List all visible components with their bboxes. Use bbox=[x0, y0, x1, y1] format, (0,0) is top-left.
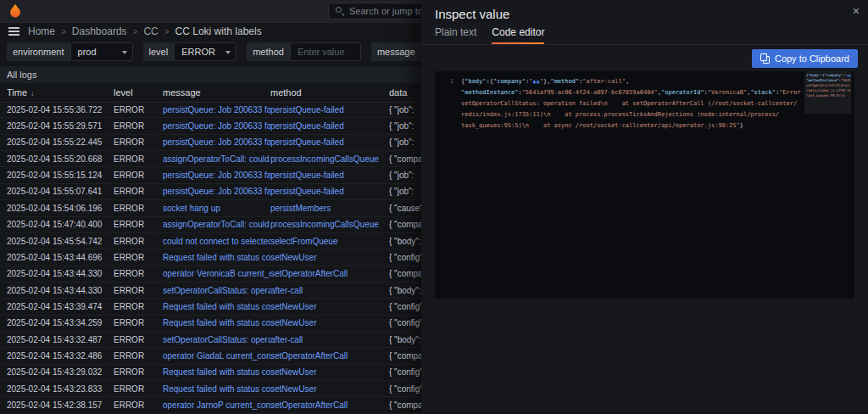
cell-method[interactable]: setNewUser bbox=[270, 367, 389, 377]
breadcrumb-item-cc[interactable]: CC bbox=[143, 25, 158, 37]
cell-method[interactable]: setOperatorAfterCall bbox=[270, 400, 389, 410]
cell-method[interactable]: persistQueue-failed bbox=[270, 171, 389, 180]
drawer-title: Inspect value bbox=[435, 7, 509, 21]
cell-time: 2025-02-04 15:43:44.696 bbox=[7, 253, 114, 262]
cell-method[interactable]: processIncomingCallsQueue bbox=[270, 154, 389, 164]
cell-time: 2025-02-04 15:43:44.330 bbox=[7, 286, 114, 295]
filter-method: methodEnter value bbox=[247, 42, 361, 61]
cell-level: ERROR bbox=[114, 400, 163, 410]
cell-level: ERROR bbox=[114, 318, 163, 327]
breadcrumb-separator: > bbox=[61, 27, 66, 36]
breadcrumb-item-dashboards[interactable]: Dashboards bbox=[72, 25, 127, 37]
cell-message[interactable]: Request failed with status co... bbox=[163, 367, 270, 377]
cell-method[interactable]: processIncomingCallsQueue bbox=[270, 220, 389, 229]
cell-message[interactable]: Request failed with status co... bbox=[163, 318, 270, 327]
cell-message[interactable]: persistQueue: Job 200633 fai... bbox=[163, 171, 270, 180]
breadcrumb: Home>Dashboards>CC>CC Loki with labels bbox=[28, 25, 262, 37]
column-header-method[interactable]: method bbox=[270, 87, 389, 98]
cell-time: 2025-02-04 15:55:29.571 bbox=[7, 121, 114, 131]
cell-message[interactable]: assignOperatorToCall: could ... bbox=[163, 220, 270, 229]
grafana-logo[interactable] bbox=[7, 3, 24, 20]
tab-plain-text[interactable]: Plain text bbox=[435, 26, 476, 44]
cell-time: 2025-02-04 15:55:15.124 bbox=[7, 171, 114, 180]
cell-message[interactable]: persistQueue: Job 200633 fai... bbox=[163, 105, 270, 115]
cell-time: 2025-02-04 15:43:32.487 bbox=[7, 335, 114, 344]
cell-method[interactable]: setNewUser bbox=[270, 302, 389, 311]
cell-message[interactable]: Request failed with status co... bbox=[163, 253, 270, 262]
code-editor[interactable]: 1 {"body":{"company":"▲▲"},"method":"aft… bbox=[435, 71, 854, 299]
cell-message[interactable]: socket hang up bbox=[163, 204, 270, 213]
cell-time: 2025-02-04 15:43:23.833 bbox=[7, 384, 114, 394]
cell-message[interactable]: setOperatorCallStatus: operat... bbox=[163, 286, 270, 295]
cell-time: 2025-02-04 15:54:06.196 bbox=[7, 204, 114, 213]
cell-level: ERROR bbox=[114, 137, 163, 147]
cell-method[interactable]: after-call bbox=[270, 335, 389, 344]
cell-level: ERROR bbox=[114, 335, 163, 344]
column-header-message[interactable]: message bbox=[163, 87, 270, 98]
cell-level: ERROR bbox=[114, 121, 163, 131]
cell-message[interactable]: persistQueue: Job 200633 fai... bbox=[163, 121, 270, 131]
cell-level: ERROR bbox=[114, 367, 163, 377]
breadcrumb-separator: > bbox=[164, 27, 170, 36]
cell-method[interactable]: after-call bbox=[270, 286, 389, 295]
cell-message[interactable]: persistQueue: Job 200633 fai... bbox=[163, 137, 270, 147]
code-line: setOperatorCallStatus: operation failed\… bbox=[461, 98, 802, 109]
cell-message[interactable]: assignOperatorToCall: could ... bbox=[163, 154, 270, 164]
chevron-down-icon bbox=[122, 51, 127, 54]
cell-level: ERROR bbox=[114, 187, 163, 196]
minimap-content: {"body":{"company":"▲▲"},"method":"after… bbox=[806, 73, 851, 98]
column-header-time[interactable]: Time↓ bbox=[7, 87, 114, 98]
editor-minimap[interactable]: {"body":{"company":"▲▲"},"method":"after… bbox=[804, 71, 851, 299]
copy-to-clipboard-button[interactable]: Copy to Clipboard bbox=[752, 49, 858, 68]
cell-method[interactable]: persistQueue-failed bbox=[270, 121, 389, 131]
filter-select-level[interactable]: ERROR bbox=[174, 42, 236, 61]
tab-code-editor[interactable]: Code editor bbox=[492, 26, 544, 44]
cell-time: 2025-02-04 15:55:20.668 bbox=[7, 154, 114, 164]
cell-level: ERROR bbox=[114, 351, 163, 361]
filter-label-method: method bbox=[247, 42, 290, 61]
code-line: task_queues:95:5)\n at async /root/socke… bbox=[461, 120, 802, 131]
cell-level: ERROR bbox=[114, 302, 163, 311]
cell-method[interactable]: setOperatorAfterCall bbox=[270, 351, 389, 361]
breadcrumb-item-home[interactable]: Home bbox=[28, 25, 55, 37]
menu-toggle-icon[interactable] bbox=[8, 27, 19, 36]
code-line: redis/index.js:1735:11)\n at process.pro… bbox=[461, 109, 802, 120]
filter-label-message: message bbox=[371, 42, 421, 61]
cell-message[interactable]: persistQueue: Job 200633 fai... bbox=[163, 187, 270, 196]
cell-method[interactable]: selectFromQueue bbox=[270, 237, 389, 246]
grafana-app: Search or jump to... Home>Dashboards>CC>… bbox=[0, 0, 868, 414]
cell-method[interactable]: persistQueue-failed bbox=[270, 105, 389, 115]
breadcrumb-separator: > bbox=[133, 27, 138, 36]
code-line: "methodInstance":"5641af99-ac06-4f24-a09… bbox=[461, 87, 802, 98]
search-placeholder: Search or jump to... bbox=[349, 6, 431, 16]
cell-message[interactable]: operator VeronicaB current_c... bbox=[163, 269, 270, 278]
cell-time: 2025-02-04 15:43:29.032 bbox=[7, 367, 114, 377]
filter-level: levelERROR bbox=[143, 42, 237, 61]
inspect-value-drawer: Inspect value × Plain textCode editor Co… bbox=[421, 0, 868, 414]
cell-message[interactable]: Request failed with status co... bbox=[163, 302, 270, 311]
cell-message[interactable]: operator GiadaL current_conv... bbox=[163, 351, 270, 361]
cell-time: 2025-02-04 15:55:07.641 bbox=[7, 187, 114, 196]
cell-method[interactable]: persistMembers bbox=[270, 204, 389, 213]
cell-message[interactable]: could not connect to selected... bbox=[163, 237, 270, 246]
close-icon[interactable]: × bbox=[853, 4, 860, 18]
cell-message[interactable]: Request failed with status co... bbox=[163, 384, 270, 394]
cell-time: 2025-02-04 15:43:32.486 bbox=[7, 351, 114, 361]
cell-time: 2025-02-04 15:43:34.259 bbox=[7, 318, 114, 327]
cell-level: ERROR bbox=[114, 269, 163, 278]
filter-select-environment[interactable]: prod bbox=[70, 42, 133, 61]
cell-method[interactable]: setNewUser bbox=[270, 318, 389, 327]
cell-method[interactable]: setNewUser bbox=[270, 384, 389, 394]
cell-method[interactable]: persistQueue-failed bbox=[270, 187, 389, 196]
cell-method[interactable]: setNewUser bbox=[270, 253, 389, 262]
cell-time: 2025-02-04 15:45:54.742 bbox=[7, 237, 114, 246]
filter-label-level: level bbox=[143, 42, 175, 61]
code-content[interactable]: {"body":{"company":"▲▲"},"method":"after… bbox=[461, 76, 802, 131]
cell-method[interactable]: persistQueue-failed bbox=[270, 137, 389, 147]
cell-method[interactable]: setOperatorAfterCall bbox=[270, 269, 389, 278]
cell-message[interactable]: setOperatorCallStatus: operat... bbox=[163, 335, 270, 344]
column-header-level[interactable]: level bbox=[114, 87, 163, 98]
cell-message[interactable]: operator JarnoP current_conv... bbox=[163, 400, 270, 410]
filter-input-method[interactable]: Enter value bbox=[290, 42, 361, 61]
filter-value: prod bbox=[78, 47, 97, 57]
